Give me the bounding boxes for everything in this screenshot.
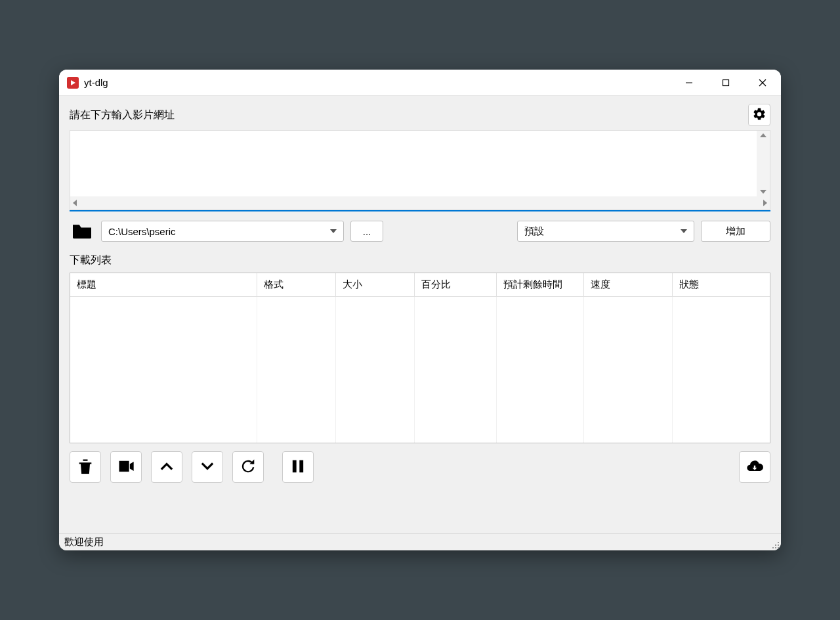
trash-icon — [76, 457, 94, 477]
preset-value: 預設 — [524, 225, 544, 238]
minimize-button[interactable] — [671, 70, 707, 96]
add-label: 增加 — [726, 225, 746, 238]
col-title[interactable]: 標題 — [70, 273, 257, 297]
col-size[interactable]: 大小 — [336, 273, 415, 297]
chevron-down-icon — [330, 229, 337, 233]
download-table: 標題 格式 大小 百分比 預計剩餘時間 速度 狀態 — [70, 273, 770, 443]
status-text: 歡迎使用 — [64, 536, 104, 548]
gear-icon — [752, 107, 766, 123]
folder-icon — [70, 221, 94, 241]
svg-rect-5 — [293, 460, 297, 472]
settings-button[interactable] — [748, 104, 770, 126]
download-list-label: 下載列表 — [70, 254, 770, 267]
col-status[interactable]: 狀態 — [673, 273, 770, 297]
close-button[interactable] — [744, 70, 781, 96]
table-body[interactable] — [70, 297, 770, 443]
divider — [70, 210, 770, 211]
browse-button[interactable]: ... — [350, 221, 383, 242]
move-down-button[interactable] — [192, 451, 223, 483]
url-input-wrap — [70, 130, 770, 210]
download-button[interactable] — [739, 451, 770, 483]
window-controls — [671, 70, 781, 96]
window-title: yt-dlg — [84, 77, 108, 88]
scroll-up-icon — [760, 133, 766, 137]
svg-marker-0 — [71, 80, 75, 85]
refresh-icon — [239, 457, 257, 477]
col-eta[interactable]: 預計剩餘時間 — [497, 273, 584, 297]
path-row: C:\Users\pseric ... 預設 增加 — [70, 221, 770, 242]
video-icon — [117, 457, 135, 477]
col-percent[interactable]: 百分比 — [415, 273, 497, 297]
preset-dropdown[interactable]: 預設 — [517, 221, 694, 242]
cloud-download-icon — [746, 457, 764, 477]
download-path-value: C:\Users\pseric — [108, 226, 176, 237]
scroll-right-icon — [763, 200, 767, 206]
download-path-dropdown[interactable]: C:\Users\pseric — [101, 221, 344, 242]
app-icon — [67, 77, 79, 89]
chevron-down-icon — [198, 457, 217, 477]
play-button[interactable] — [110, 451, 142, 483]
move-up-button[interactable] — [151, 451, 182, 483]
col-speed[interactable]: 速度 — [584, 273, 673, 297]
svg-rect-2 — [723, 79, 729, 85]
refresh-button[interactable] — [232, 451, 264, 483]
chevron-down-icon — [681, 229, 687, 233]
maximize-button[interactable] — [707, 70, 744, 96]
svg-rect-6 — [299, 460, 303, 472]
content-area: 請在下方輸入影片網址 — [59, 96, 781, 533]
resize-grip[interactable] — [771, 541, 779, 548]
statusbar: 歡迎使用 — [59, 533, 781, 550]
table-header: 標題 格式 大小 百分比 預計剩餘時間 速度 狀態 — [70, 273, 770, 297]
vertical-scrollbar[interactable] — [757, 131, 770, 196]
pause-icon — [289, 457, 307, 477]
bottom-toolbar — [70, 443, 770, 491]
delete-button[interactable] — [70, 451, 101, 483]
url-label: 請在下方輸入影片網址 — [70, 108, 175, 122]
add-button[interactable]: 增加 — [701, 221, 770, 242]
horizontal-scrollbar[interactable] — [70, 196, 770, 210]
titlebar: yt-dlg — [59, 70, 781, 96]
col-format[interactable]: 格式 — [257, 273, 336, 297]
pause-button[interactable] — [282, 451, 314, 483]
app-window: yt-dlg 請在下方輸入影片網址 — [59, 70, 781, 550]
url-input[interactable] — [70, 131, 757, 196]
browse-label: ... — [363, 226, 371, 237]
url-header: 請在下方輸入影片網址 — [70, 104, 770, 126]
scroll-down-icon — [760, 190, 766, 194]
chevron-up-icon — [158, 457, 176, 477]
scroll-left-icon — [73, 200, 77, 206]
